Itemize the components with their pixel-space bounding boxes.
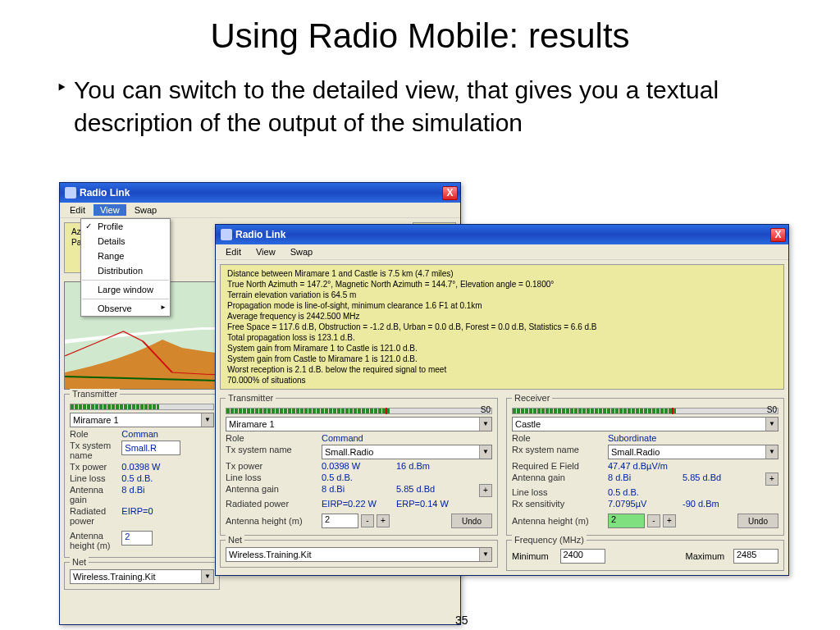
details-panel: Distance between Miramare 1 and Castle i…: [220, 264, 784, 390]
back-titlebar[interactable]: Radio Link X: [60, 183, 460, 203]
chevron-down-icon[interactable]: ▼: [201, 570, 213, 583]
chevron-down-icon[interactable]: ▼: [479, 418, 491, 431]
back-tx-name: Miramare 1: [71, 415, 201, 425]
rx-name: Castle: [513, 419, 765, 429]
details-line: Terrain elevation variation is 64.5 m: [227, 290, 777, 300]
back-lloss-lbl: Line loss: [70, 473, 121, 483]
rx-undo-button[interactable]: Undo: [737, 514, 778, 528]
rx-gain-v2: 5.85 d.Bd: [682, 472, 765, 486]
rx-anth-minus[interactable]: -: [647, 514, 660, 527]
back-net-fieldset: Net Wireless.Training.Kit ▼: [64, 562, 220, 590]
details-line: Total propagation loss is 123.1 d.B.: [227, 332, 777, 343]
view-range-item[interactable]: Range: [81, 249, 170, 263]
slide-title: Using Radio Mobile: results: [0, 16, 840, 56]
chevron-down-icon[interactable]: ▼: [201, 413, 213, 427]
tx-sys-val: Small.Radio: [322, 447, 479, 457]
details-line: Propagation mode is line-of-sight, minim…: [227, 300, 777, 311]
rx-loss-lbl: Line loss: [512, 487, 608, 497]
view-large-window-item[interactable]: Large window: [81, 282, 170, 297]
back-net-combo[interactable]: Wireless.Training.Kit ▼: [70, 569, 214, 584]
tx-gain-v1: 8 d.Bi: [322, 484, 396, 497]
freq-min-lbl: Minimum: [512, 551, 560, 561]
freq-min-input[interactable]: 2400: [560, 549, 605, 564]
chevron-down-icon[interactable]: ▼: [479, 445, 491, 459]
front-window-title: Radio Link: [235, 229, 285, 240]
close-icon[interactable]: X: [442, 186, 458, 200]
view-distribution-item[interactable]: Distribution: [81, 263, 170, 278]
chevron-down-icon[interactable]: ▼: [765, 445, 778, 459]
back-anth-input[interactable]: 2: [121, 531, 153, 546]
tx-anth-input[interactable]: 2: [322, 514, 358, 528]
tx-role-lbl: Role: [226, 433, 322, 443]
menu-view[interactable]: View: [249, 246, 282, 258]
rx-loss-v1: 0.5 d.B.: [608, 487, 639, 497]
tx-gain-lbl: Antenna gain: [226, 484, 322, 497]
chevron-down-icon[interactable]: ▼: [765, 418, 778, 431]
menu-swap[interactable]: Swap: [128, 204, 164, 216]
tx-sigbar: [226, 408, 492, 414]
tx-anth-minus[interactable]: -: [361, 514, 374, 527]
rx-name-combo[interactable]: Castle ▼: [512, 417, 778, 431]
view-details-item[interactable]: Details: [81, 234, 170, 249]
rx-sys-val: Small.Radio: [609, 447, 765, 457]
bullet-text: You can switch to the detailed view, tha…: [74, 74, 784, 139]
back-tx-name-combo[interactable]: Miramare 1 ▼: [70, 413, 214, 427]
tx-sys-combo[interactable]: Small.Radio▼: [322, 445, 492, 459]
tx-pow-v1: 0.0398 W: [322, 461, 396, 471]
rx-legend: Receiver: [512, 393, 552, 403]
rx-s-label: S0: [767, 405, 777, 414]
freq-fieldset: Frequency (MHz) Minimum 2400 Maximum 248…: [506, 540, 784, 571]
rx-anth-plus[interactable]: +: [663, 514, 676, 527]
rx-gain-plus[interactable]: +: [765, 472, 778, 486]
back-anth-lbl: Antenna height (m): [70, 531, 121, 550]
details-line: 70.000% of situations: [227, 375, 777, 386]
tx-loss-v1: 0.5 d.B.: [322, 472, 353, 482]
tx-gain-plus[interactable]: +: [479, 484, 492, 497]
view-profile-item[interactable]: Profile: [81, 219, 170, 234]
details-line: System gain from Miramare 1 to Castle is…: [227, 343, 777, 354]
rx-role-lbl: Role: [512, 433, 608, 443]
back-radp-lbl: Radiated power: [70, 506, 121, 526]
details-line: Average frequency is 2442.500 MHz: [227, 311, 777, 322]
menu-edit[interactable]: Edit: [63, 204, 92, 216]
net-name: Wireless.Training.Kit: [226, 550, 479, 559]
tx-loss-lbl: Line loss: [226, 472, 322, 482]
tx-name-combo[interactable]: Miramare 1 ▼: [226, 417, 492, 431]
back-txsys-val: Small.R: [122, 443, 180, 453]
tx-rad-lbl: Radiated power: [226, 499, 322, 509]
net-combo[interactable]: Wireless.Training.Kit ▼: [226, 547, 492, 562]
back-tx-fieldset: Transmitter Miramare 1 ▼ RoleComman Tx s…: [64, 394, 220, 558]
details-line: Distance between Miramare 1 and Castle i…: [227, 268, 777, 279]
bullet-row: ‣ You can switch to the detailed view, t…: [56, 74, 784, 139]
view-observe-item[interactable]: Observe: [81, 301, 170, 316]
net-legend: Net: [226, 535, 244, 545]
menu-swap[interactable]: Swap: [284, 246, 320, 258]
back-menubar[interactable]: Edit View Swap: [60, 203, 460, 218]
tx-undo-button[interactable]: Undo: [451, 514, 492, 528]
net-fieldset: Net Wireless.Training.Kit ▼: [220, 540, 498, 568]
menu-edit[interactable]: Edit: [219, 246, 248, 258]
front-titlebar[interactable]: Radio Link X: [216, 225, 788, 244]
tx-fieldset: Transmitter S0 Miramare 1 ▼ RoleCommand …: [220, 398, 498, 536]
view-dropdown[interactable]: Profile Details Range Distribution Large…: [80, 218, 171, 317]
back-txsys-combo[interactable]: Small.R: [121, 441, 180, 455]
tx-rad-v1: EIRP=0.22 W: [322, 499, 396, 509]
tx-anth-plus[interactable]: +: [377, 514, 390, 527]
back-again-val: 8 d.Bi: [121, 485, 144, 504]
front-menubar[interactable]: Edit View Swap: [216, 244, 788, 260]
tx-name: Miramare 1: [226, 419, 479, 429]
tx-s-label: S0: [481, 405, 491, 414]
menu-view[interactable]: View: [94, 204, 126, 216]
back-again-lbl: Antenna gain: [70, 485, 121, 504]
chevron-down-icon[interactable]: ▼: [479, 548, 491, 561]
rx-ef-lbl: Required E Field: [512, 461, 608, 471]
menu-sep: [82, 299, 169, 299]
freq-max-input[interactable]: 2485: [733, 549, 778, 564]
rx-ef-v1: 47.47 d.BµV/m: [608, 461, 668, 471]
page-number: 35: [455, 614, 468, 627]
back-lloss-val: 0.5 d.B.: [121, 473, 153, 483]
rx-anth-input[interactable]: 2: [608, 514, 645, 528]
tx-anth-lbl: Antenna height (m): [226, 516, 322, 526]
close-icon[interactable]: X: [770, 228, 786, 242]
rx-sys-combo[interactable]: Small.Radio▼: [608, 445, 778, 459]
